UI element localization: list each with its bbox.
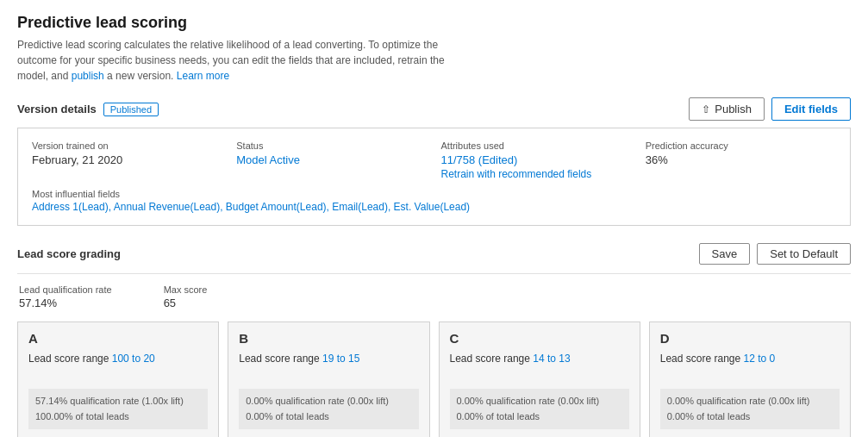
version-grid: Version trained on February, 21 2020 Sta… [32, 140, 836, 180]
grade-card-c: C Lead score range 14 to 13 0.00% qualif… [439, 322, 640, 437]
qual-rate-label: Lead qualification rate [19, 284, 112, 295]
grading-divider [17, 273, 851, 274]
grading-header: Lead score grading Save Set to Default [17, 243, 851, 265]
grade-card-d: D Lead score range 12 to 0 0.00% qualifi… [649, 322, 851, 437]
grade-card-a: A Lead score range 100 to 20 57.14% qual… [17, 322, 219, 437]
grade-letter-d: D [660, 331, 840, 346]
accuracy-cell: Prediction accuracy 36% [646, 140, 836, 180]
publish-button-label: Publish [715, 103, 752, 115]
status-label: Status [236, 140, 427, 151]
grade-qual-rate: 0.00% qualification rate (0.00x lift) [457, 394, 622, 409]
grade-letter-c: C [450, 331, 629, 346]
grading-stats-row: Lead qualification rate 57.14% Max score… [17, 284, 851, 309]
most-influential-section: Most influential fields Address 1(Lead),… [32, 189, 836, 213]
grade-card-b: B Lead score range 19 to 15 0.00% qualif… [228, 322, 429, 437]
grading-buttons: Save Set to Default [699, 243, 851, 265]
attributes-cell: Attributes used 11/758 (Edited) Retrain … [441, 140, 632, 180]
qual-rate-value: 57.14% [19, 297, 112, 309]
grade-stats-a: 57.14% qualification rate (1.00x lift) 1… [28, 389, 208, 429]
version-header-buttons: ⇧ Publish Edit fields [689, 97, 851, 121]
page-description: Predictive lead scoring calculates the r… [17, 37, 465, 84]
grade-total-leads: 100.00% of total leads [35, 409, 201, 425]
version-section-header: Version details Published ⇧ Publish Edit… [17, 97, 851, 121]
published-badge: Published [103, 103, 159, 116]
grade-range-a: Lead score range 100 to 20 [28, 353, 208, 380]
attributes-value: 11/758 (Edited) [441, 153, 632, 166]
retrain-link[interactable]: Retrain with recommended fields [441, 168, 632, 180]
publish-button[interactable]: ⇧ Publish [689, 97, 765, 121]
max-score-cell: Max score 65 [164, 284, 208, 309]
status-cell: Status Model Active [236, 140, 427, 180]
grade-total-leads: 0.00% of total leads [667, 409, 833, 425]
trained-on-label: Version trained on [32, 140, 222, 151]
page-title: Predictive lead scoring [17, 14, 851, 32]
attributes-label: Attributes used [441, 140, 632, 151]
edit-fields-button[interactable]: Edit fields [771, 97, 851, 121]
grade-qual-rate: 57.14% qualification rate (1.00x lift) [35, 394, 201, 409]
most-influential-value: Address 1(Lead), Annual Revenue(Lead), B… [32, 201, 836, 213]
grading-label: Lead score grading [17, 247, 121, 260]
save-button[interactable]: Save [699, 243, 751, 265]
status-value: Model Active [236, 153, 427, 166]
grade-range-highlight: 19 to 15 [322, 353, 359, 365]
trained-on-value: February, 21 2020 [32, 153, 222, 166]
grade-stats-b: 0.00% qualification rate (0.00x lift) 0.… [239, 389, 418, 429]
upload-icon: ⇧ [702, 103, 710, 115]
grade-qual-rate: 0.00% qualification rate (0.00x lift) [667, 394, 833, 409]
accuracy-value: 36% [646, 153, 836, 166]
grade-total-leads: 0.00% of total leads [457, 409, 622, 425]
grade-stats-c: 0.00% qualification rate (0.00x lift) 0.… [450, 389, 629, 429]
version-details-box: Version trained on February, 21 2020 Sta… [17, 128, 851, 226]
grade-stats-d: 0.00% qualification rate (0.00x lift) 0.… [660, 389, 840, 429]
grade-range-d: Lead score range 12 to 0 [660, 353, 840, 380]
version-section-label: Version details [17, 103, 97, 115]
accuracy-label: Prediction accuracy [646, 140, 836, 151]
publish-link[interactable]: publish [72, 70, 104, 82]
grade-range-c: Lead score range 14 to 13 [450, 353, 629, 380]
grade-total-leads: 0.00% of total leads [246, 409, 411, 425]
learn-more-link[interactable]: Learn more [177, 70, 229, 82]
grade-range-highlight: 12 to 0 [743, 353, 775, 365]
grade-range-highlight: 100 to 20 [112, 353, 155, 365]
grade-cards-container: A Lead score range 100 to 20 57.14% qual… [17, 322, 851, 437]
grade-range-highlight: 14 to 13 [533, 353, 570, 365]
max-score-label: Max score [164, 284, 208, 295]
grade-range-b: Lead score range 19 to 15 [239, 353, 418, 380]
trained-on-cell: Version trained on February, 21 2020 [32, 140, 222, 180]
lead-score-section: Lead score grading Save Set to Default L… [17, 243, 851, 437]
grade-letter-b: B [239, 331, 418, 346]
qual-rate-cell: Lead qualification rate 57.14% [19, 284, 112, 309]
max-score-value: 65 [164, 297, 208, 309]
version-header-left: Version details Published [17, 103, 159, 116]
grade-letter-a: A [28, 331, 208, 346]
most-influential-label: Most influential fields [32, 189, 836, 199]
grade-qual-rate: 0.00% qualification rate (0.00x lift) [246, 394, 411, 409]
set-to-default-button[interactable]: Set to Default [757, 243, 851, 265]
